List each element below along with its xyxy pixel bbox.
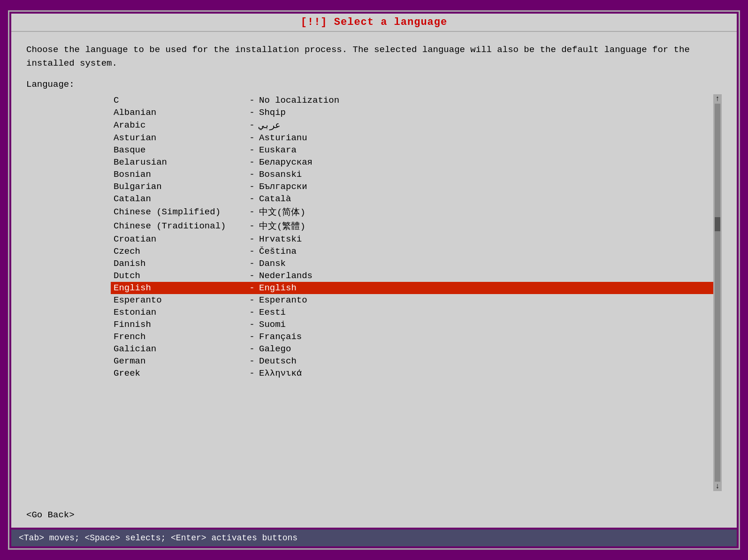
native-name: Deutsch	[259, 356, 297, 366]
separator: -	[245, 246, 259, 257]
native-name: Català	[259, 194, 291, 204]
list-item[interactable]: Bulgarian-Български	[111, 181, 713, 193]
list-item[interactable]: Belarusian-Беларуская	[111, 156, 713, 168]
native-name: English	[259, 283, 297, 293]
language-name: Dutch	[114, 271, 245, 281]
language-name: Greek	[114, 368, 245, 378]
list-item[interactable]: Arabic-عربي	[111, 119, 713, 132]
language-name: Galician	[114, 344, 245, 354]
title-bar: [!!] Select a language	[11, 14, 737, 32]
language-name: Estonian	[114, 307, 245, 318]
native-name: Esperanto	[259, 295, 307, 305]
language-name: Chinese (Simplified)	[114, 207, 245, 217]
list-item[interactable]: Dutch-Nederlands	[111, 270, 713, 282]
separator: -	[245, 107, 259, 118]
separator: -	[245, 319, 259, 330]
separator: -	[245, 221, 259, 231]
separator: -	[245, 295, 259, 305]
native-name: Shqip	[259, 107, 286, 118]
list-item[interactable]: Catalan-Català	[111, 193, 713, 205]
list-item[interactable]: Greek-Ελληνικά	[111, 367, 713, 379]
list-item[interactable]: Chinese (Simplified)-中文(简体)	[111, 205, 713, 219]
separator: -	[245, 120, 259, 130]
language-name: Esperanto	[114, 295, 245, 305]
language-label: Language:	[26, 79, 722, 90]
language-name: Danish	[114, 258, 245, 269]
list-item[interactable]: English-English	[111, 282, 713, 294]
native-name: عربي	[259, 120, 281, 131]
list-item[interactable]: Danish-Dansk	[111, 257, 713, 270]
list-item[interactable]: Asturian-Asturianu	[111, 132, 713, 144]
scrollbar[interactable]: ↑ ↓	[713, 94, 722, 491]
language-name: Czech	[114, 246, 245, 257]
separator: -	[245, 207, 259, 217]
scroll-track[interactable]	[715, 104, 720, 482]
language-name: English	[114, 283, 245, 293]
language-name: Albanian	[114, 107, 245, 118]
language-name: Catalan	[114, 194, 245, 204]
native-name: Nederlands	[259, 271, 313, 281]
native-name: 中文(繁體)	[259, 220, 305, 232]
native-name: Hrvatski	[259, 234, 302, 244]
language-name: French	[114, 332, 245, 342]
native-name: Български	[259, 182, 307, 192]
separator: -	[245, 169, 259, 180]
separator: -	[245, 258, 259, 269]
list-item[interactable]: Galician-Galego	[111, 343, 713, 355]
separator: -	[245, 356, 259, 366]
native-name: Čeština	[259, 246, 297, 257]
native-name: Asturianu	[259, 133, 307, 143]
separator: -	[245, 368, 259, 378]
list-item[interactable]: French-Français	[111, 331, 713, 343]
list-item[interactable]: Bosnian-Bosanski	[111, 168, 713, 181]
native-name: No localization	[259, 95, 339, 106]
separator: -	[245, 194, 259, 204]
list-item[interactable]: Czech-Čeština	[111, 245, 713, 257]
description-text: Choose the language to be used for the i…	[26, 43, 722, 70]
language-name: Croatian	[114, 234, 245, 244]
separator: -	[245, 95, 259, 106]
separator: -	[245, 332, 259, 342]
native-name: Français	[259, 332, 302, 342]
list-item[interactable]: Estonian-Eesti	[111, 306, 713, 318]
native-name: Eesti	[259, 307, 286, 318]
language-name: Arabic	[114, 120, 245, 130]
status-bar: <Tab> moves; <Space> selects; <Enter> ac…	[11, 530, 737, 546]
native-name: Galego	[259, 344, 291, 354]
list-item[interactable]: Chinese (Traditional)-中文(繁體)	[111, 219, 713, 233]
separator: -	[245, 182, 259, 192]
native-name: Dansk	[259, 258, 286, 269]
separator: -	[245, 157, 259, 167]
separator: -	[245, 234, 259, 244]
language-name: Chinese (Traditional)	[114, 221, 245, 231]
language-name: C	[114, 95, 245, 106]
list-item[interactable]: Albanian-Shqip	[111, 106, 713, 119]
separator: -	[245, 271, 259, 281]
language-name: Basque	[114, 145, 245, 155]
go-back-button[interactable]: <Go Back>	[26, 510, 75, 520]
native-name: Euskara	[259, 145, 297, 155]
list-item[interactable]: Finnish-Suomi	[111, 318, 713, 331]
scroll-up-arrow[interactable]: ↑	[715, 95, 720, 103]
native-name: Беларуская	[259, 157, 313, 167]
native-name: 中文(简体)	[259, 206, 305, 218]
separator: -	[245, 307, 259, 318]
native-name: Ελληνικά	[259, 368, 302, 378]
list-item[interactable]: Basque-Euskara	[111, 144, 713, 156]
language-name: Belarusian	[114, 157, 245, 167]
scroll-thumb[interactable]	[715, 217, 720, 231]
language-name: Bosnian	[114, 169, 245, 180]
language-list: C-No localizationAlbanian-ShqipArabic-عر…	[111, 94, 713, 491]
native-name: Bosanski	[259, 169, 302, 180]
list-item[interactable]: Croatian-Hrvatski	[111, 233, 713, 245]
list-item[interactable]: German-Deutsch	[111, 355, 713, 367]
separator: -	[245, 145, 259, 155]
list-item[interactable]: Esperanto-Esperanto	[111, 294, 713, 306]
scroll-down-arrow[interactable]: ↓	[715, 483, 720, 490]
list-item[interactable]: C-No localization	[111, 94, 713, 106]
language-name: Finnish	[114, 319, 245, 330]
language-name: Bulgarian	[114, 182, 245, 192]
separator: -	[245, 133, 259, 143]
separator: -	[245, 344, 259, 354]
native-name: Suomi	[259, 319, 286, 330]
